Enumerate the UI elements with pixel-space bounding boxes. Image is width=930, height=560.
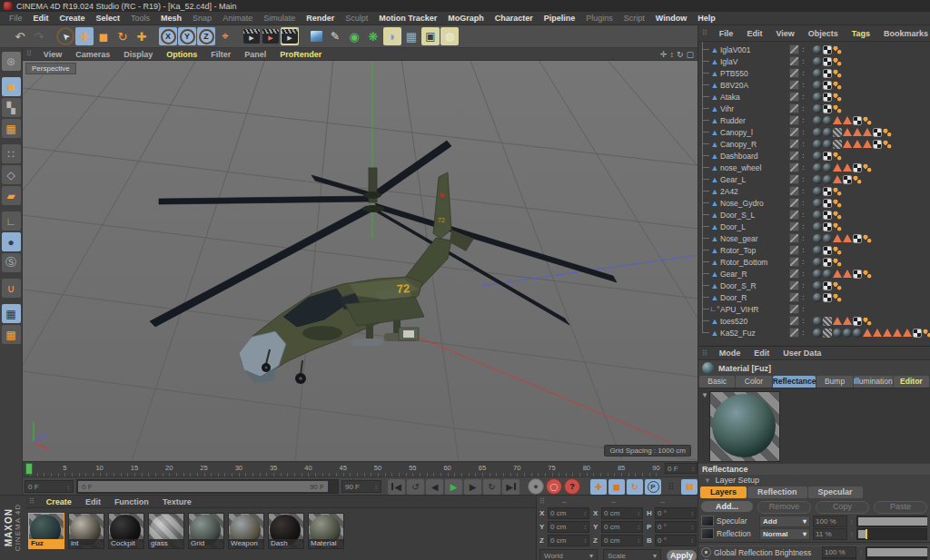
keying-help-button[interactable]: ? [564, 478, 580, 495]
layer-toggle-icon[interactable] [789, 56, 799, 66]
live-selection-icon[interactable]: ➤ [56, 27, 74, 45]
object-row-door-s-l[interactable]: ▲Door_S_L∶ [698, 209, 930, 221]
visibility-dots-icon[interactable]: ∶ [802, 45, 809, 54]
layer-strength-slider[interactable] [856, 528, 928, 540]
object-menu-tags[interactable]: Tags [846, 29, 876, 38]
layer-tab-specular[interactable]: Specular [808, 486, 863, 498]
uvw-tag-icon[interactable] [823, 152, 832, 161]
phong-tag-icon[interactable] [863, 234, 872, 243]
layer-toggle-icon[interactable] [789, 151, 799, 161]
visibility-dots-icon[interactable]: ∶ [802, 258, 809, 267]
selection-tag-icon[interactable] [843, 163, 852, 172]
menu-mesh[interactable]: Mesh [155, 13, 187, 24]
material-tag-icon[interactable] [813, 281, 822, 290]
uvw-tag-icon[interactable] [823, 69, 832, 78]
uvw-tag-icon[interactable] [823, 246, 832, 255]
mograph-icon[interactable]: ❋ [364, 27, 382, 45]
copy-button[interactable]: Copy [816, 501, 869, 514]
visibility-dots-icon[interactable]: ∶ [802, 270, 809, 279]
phong-tag-icon[interactable] [853, 175, 862, 184]
layer-toggle-icon[interactable] [789, 269, 799, 279]
phong-tag-icon[interactable] [833, 69, 842, 78]
phong-tag-icon[interactable] [833, 293, 842, 302]
phong-tag-icon[interactable] [863, 270, 872, 279]
goto-start-button[interactable]: ◀ [388, 479, 405, 495]
spinner-icon[interactable]: ↕ [584, 524, 588, 530]
menu-script[interactable]: Script [618, 13, 650, 24]
object-row-iglav[interactable]: ▲IglaV∶ [698, 55, 930, 67]
selection-tag-icon[interactable] [843, 317, 852, 325]
scale-tool-icon[interactable]: ◼ [94, 27, 113, 45]
coordinate-system-icon[interactable]: ⌖ [216, 27, 234, 45]
frame-range-bar[interactable]: 0 F 90 F [78, 481, 328, 492]
autokeying-button[interactable]: ◯ [546, 478, 562, 495]
selection-tag-icon[interactable] [863, 329, 872, 337]
object-row-door-r[interactable]: ▲Door_R∶ [698, 291, 930, 303]
uvw-tag-icon[interactable] [843, 175, 852, 184]
frame-range-slider[interactable]: 0 F 90 F [76, 479, 339, 494]
uvw-tag-icon[interactable] [823, 258, 832, 267]
material-tag-icon[interactable] [843, 329, 852, 338]
material-tag-icon[interactable] [823, 234, 832, 243]
maximize-view-icon[interactable]: ▢ [686, 50, 694, 59]
material-weapon[interactable]: Weapon [228, 513, 264, 549]
visibility-dots-icon[interactable]: ∶ [802, 140, 809, 149]
collapse-arrow-icon[interactable]: ▼ [701, 391, 708, 399]
selection-tag-icon[interactable] [843, 116, 852, 124]
selection-tag-icon[interactable] [833, 116, 842, 124]
loop-button[interactable]: ↻ [483, 479, 500, 495]
object-row-door-s-r[interactable]: ▲Door_S_R∶ [698, 280, 930, 291]
tab-editor[interactable]: Editor [894, 376, 929, 388]
coord-mode-dropdown[interactable]: Scale ▾ [603, 549, 661, 560]
snap-icon[interactable]: Ⓢ [2, 253, 21, 272]
undo-icon[interactable]: ↶ [11, 27, 29, 45]
record-keyframe-button[interactable]: ● [528, 478, 544, 495]
viewport-menu-options[interactable]: Options [160, 50, 203, 59]
object-row-nose-gydro[interactable]: ▲Nose_Gydro∶ [698, 197, 930, 209]
material-fuz[interactable]: Fuz [28, 513, 64, 549]
size-z-field[interactable]: 0 cm↕ [601, 535, 643, 546]
menu-mograph[interactable]: MoGraph [442, 13, 490, 24]
object-row-gear-r[interactable]: ▲Gear_R∶ [698, 268, 930, 280]
phong-tag-icon[interactable] [863, 317, 872, 326]
previous-frame-button[interactable]: ◀ [426, 479, 443, 495]
add-button[interactable]: Add... [701, 501, 753, 512]
edges-mode-icon[interactable]: ◇ [2, 165, 21, 184]
material-tag-icon[interactable] [813, 175, 822, 184]
object-row-door-l[interactable]: ▲Door_L∶ [698, 221, 930, 232]
material-tag-icon[interactable] [813, 293, 822, 302]
material-tag-icon[interactable] [823, 128, 832, 137]
key-position-toggle[interactable]: ✚ [590, 479, 607, 495]
material-cockpit[interactable]: Cockpit [108, 513, 144, 549]
tab-basic[interactable]: Basic [699, 376, 735, 388]
spinner-icon[interactable]: ↕ [638, 524, 641, 530]
object-row-iglav001[interactable]: ▲IglaV001∶ [698, 44, 930, 55]
material-tag-icon[interactable] [813, 211, 822, 220]
lock-x-axis-icon[interactable]: X [159, 27, 177, 45]
menu-edit[interactable]: Edit [28, 13, 54, 24]
menu-help[interactable]: Help [692, 13, 721, 24]
rotate-tool-icon[interactable]: ↻ [114, 27, 132, 45]
phong-tag-icon[interactable] [833, 258, 842, 267]
menu-snap[interactable]: Snap [187, 13, 217, 24]
tab-reflectance[interactable]: Reflectance [773, 376, 816, 388]
rotation-h-field[interactable]: 0 °↕ [655, 507, 697, 519]
selection-tag-icon[interactable] [843, 270, 852, 278]
visibility-dots-icon[interactable]: ∶ [802, 317, 809, 326]
selection-tag-icon[interactable] [883, 329, 892, 337]
material-glass[interactable]: glass [148, 513, 184, 549]
timeline-ruler[interactable]: 0 F ↕ 0510152025303540455055606570758085… [23, 462, 699, 477]
visibility-dots-icon[interactable]: ∶ [802, 81, 809, 90]
material-tag-icon[interactable] [823, 175, 832, 184]
viewport-solo-icon[interactable]: ● [2, 232, 21, 251]
end-frame-field[interactable]: 90 F ↕ [341, 480, 381, 493]
material-tag-icon[interactable] [823, 163, 832, 172]
uvw-tag-icon[interactable] [853, 270, 862, 279]
add-spline-pen-icon[interactable]: ✎ [326, 27, 344, 45]
layer-toggle-icon[interactable] [789, 162, 799, 172]
add-primitive-cube-icon[interactable] [307, 27, 325, 45]
phong-tag-icon[interactable] [833, 104, 842, 113]
key-parameter-toggle[interactable]: P [645, 479, 661, 495]
visibility-dots-icon[interactable]: ∶ [802, 152, 809, 161]
texture-mode-icon[interactable]: ▚ [2, 98, 21, 117]
